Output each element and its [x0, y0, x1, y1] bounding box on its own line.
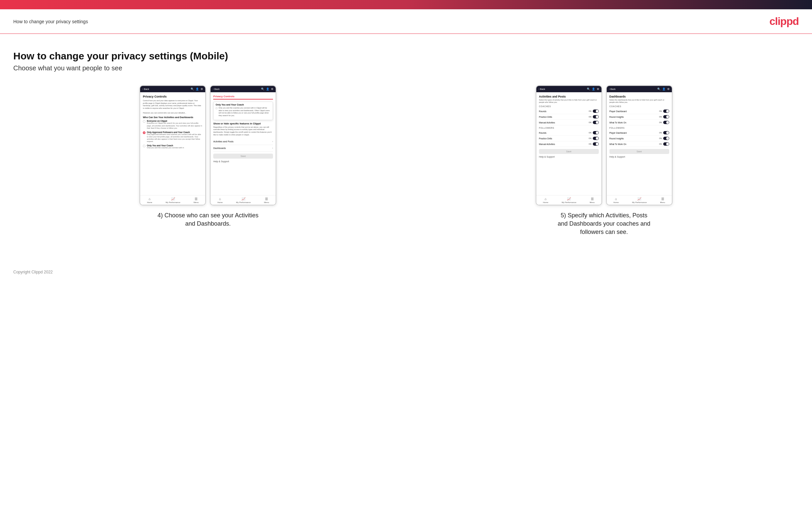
person-icon2[interactable]: 👤	[266, 88, 269, 91]
coaches-player-label: Player Dashboard	[609, 110, 627, 112]
footer-menu-label-4: Menu	[660, 202, 665, 204]
option-everyone[interactable]: Everyone on Clippd Everyone on Clippd ca…	[143, 120, 203, 129]
coaches-work-toggle[interactable]	[663, 121, 669, 124]
followers-drills-toggle[interactable]	[593, 137, 599, 140]
footer-menu[interactable]: ☰ Menu	[194, 197, 199, 204]
followers-manual-label: Manual Activities	[539, 143, 555, 145]
screen-2: ‹ Back 🔍 👤 ⚙ Privacy Controls	[210, 85, 276, 206]
followers-rounds-insights-label: Round Insights	[609, 137, 624, 140]
footer-home-label: Home	[147, 202, 152, 204]
help-label-3: Help & Support	[539, 156, 599, 158]
tooltip-radio: Only you and the coaches you connect wit…	[215, 107, 271, 117]
followers-manual-toggle-wrap: ON	[589, 143, 599, 146]
followers-work-row: What To Work On ON	[609, 142, 669, 147]
settings-icon[interactable]: ⚙	[201, 88, 203, 91]
coaches-rounds-toggle[interactable]	[593, 110, 599, 113]
screen2-back[interactable]: ‹ Back	[213, 88, 219, 90]
settings-icon4[interactable]: ⚙	[667, 88, 669, 91]
screen3-back[interactable]: ‹ Back	[539, 88, 545, 90]
search-icon4[interactable]: 🔍	[657, 88, 661, 91]
home-icon-3: ⌂	[545, 197, 547, 201]
coaches-rounds-insights-label: Round Insights	[609, 116, 624, 118]
save-btn-4[interactable]: Save	[609, 149, 669, 154]
save-btn-3[interactable]: Save	[539, 149, 599, 154]
option-approved[interactable]: Only Approved Followers and Your Coach O…	[143, 131, 203, 143]
footer-performance-label-2: My Performance	[236, 202, 251, 204]
screens-1-2: ‹ Back 🔍 👤 ⚙ Privacy Controls Control ho…	[140, 85, 276, 206]
screen-1: ‹ Back 🔍 👤 ⚙ Privacy Controls Control ho…	[140, 85, 206, 206]
header: How to change your privacy settings clip…	[0, 9, 812, 34]
footer-home-2[interactable]: ⌂ Home	[217, 197, 222, 204]
followers-work-label: What To Work On	[609, 143, 626, 145]
screens-3-4: ‹ Back 🔍 👤 ⚙ Activities and Posts Select…	[536, 85, 672, 206]
followers-drills-row: Practice Drills ON	[539, 136, 599, 142]
followers-rounds-toggle[interactable]	[593, 131, 599, 134]
footer-home-4[interactable]: ⌂ Home	[613, 197, 619, 204]
dashboards-label: Dashboards	[213, 147, 226, 149]
person-icon4[interactable]: 👤	[662, 88, 666, 91]
page-subtitle: Choose what you want people to see	[13, 64, 799, 72]
footer-menu-label-3: Menu	[590, 202, 595, 204]
screen4-coaches-label: COACHES	[609, 105, 669, 108]
screen3-header: ‹ Back 🔍 👤 ⚙	[536, 86, 601, 92]
coaches-player-row: Player Dashboard ON	[609, 109, 669, 114]
followers-player-toggle-wrap: ON	[659, 131, 669, 134]
footer-menu-3[interactable]: ☰ Menu	[590, 197, 595, 204]
screen2-tab[interactable]: Privacy Controls	[213, 95, 235, 99]
footer-menu-4[interactable]: ☰ Menu	[660, 197, 665, 204]
footer-performance[interactable]: 📈 My Performance	[166, 197, 180, 204]
tooltip-box: Only You and Your Coach Only you and the…	[213, 102, 273, 120]
option-coach-only[interactable]: Only You and Your Coach Only you and the…	[143, 144, 203, 149]
footer-home-3[interactable]: ⌂ Home	[543, 197, 548, 204]
chart-icon-2: 📈	[242, 197, 245, 201]
screen-3: ‹ Back 🔍 👤 ⚙ Activities and Posts Select…	[536, 85, 602, 206]
followers-rounds-insights-row: Round Insights ON	[609, 136, 669, 142]
coaches-manual-toggle[interactable]	[593, 121, 599, 124]
settings-icon2[interactable]: ⚙	[271, 88, 273, 91]
search-icon2[interactable]: 🔍	[261, 88, 264, 91]
footer-performance-2[interactable]: 📈 My Performance	[236, 197, 251, 204]
footer-menu-label-2: Menu	[264, 202, 269, 204]
screenshots-row: ‹ Back 🔍 👤 ⚙ Privacy Controls Control ho…	[13, 85, 799, 237]
footer-performance-3[interactable]: 📈 My Performance	[562, 197, 576, 204]
caption-4: 4) Choose who can see your Activities an…	[155, 211, 261, 228]
followers-manual-toggle[interactable]	[593, 143, 599, 146]
followers-player-toggle[interactable]	[663, 131, 669, 134]
coaches-player-toggle[interactable]	[663, 110, 669, 113]
coaches-player-toggle-wrap: ON	[659, 110, 669, 113]
screen4-footer: ⌂ Home 📈 My Performance ☰ Menu	[607, 195, 672, 205]
screen1-back[interactable]: ‹ Back	[143, 88, 149, 90]
coaches-drills-toggle[interactable]	[593, 115, 599, 118]
followers-rounds-insights-toggle[interactable]	[663, 137, 669, 140]
screen3-followers-label: FOLLOWERS	[539, 127, 599, 129]
screen4-back[interactable]: ‹ Back	[609, 88, 616, 90]
person-icon3[interactable]: 👤	[592, 88, 595, 91]
search-icon3[interactable]: 🔍	[587, 88, 590, 91]
footer-home[interactable]: ⌂ Home	[147, 197, 152, 204]
screen1-body: Privacy Controls Control how you and you…	[140, 92, 205, 195]
activities-row[interactable]: Activities and Posts ›	[213, 138, 273, 145]
screen1-desc: Control how you and your data appears to…	[143, 100, 203, 110]
screen-4: ‹ Back 🔍 👤 ⚙ Dashboards Select the dashb…	[606, 85, 672, 206]
screen2-footer: ⌂ Home 📈 My Performance ☰ Menu	[211, 195, 276, 205]
settings-icon3[interactable]: ⚙	[597, 88, 599, 91]
save-btn-2[interactable]: Save	[213, 154, 273, 159]
radio-approved[interactable]	[143, 131, 146, 134]
search-icon[interactable]: 🔍	[191, 88, 194, 91]
caption5-line3: followers can see.	[580, 229, 628, 235]
radio-coach-only[interactable]	[143, 145, 146, 147]
show-hide-title: Show or hide specific features in Clippd	[213, 122, 273, 125]
footer-menu-2[interactable]: ☰ Menu	[264, 197, 269, 204]
person-icon[interactable]: 👤	[196, 88, 199, 91]
tooltip-desc: Only you and the coaches you connect wit…	[218, 107, 271, 117]
coaches-rounds-insights-toggle[interactable]	[663, 115, 669, 118]
followers-work-toggle[interactable]	[663, 143, 669, 146]
coaches-rounds-toggle-wrap: ON	[589, 110, 599, 113]
logo: clippd	[769, 15, 799, 27]
footer-performance-4[interactable]: 📈 My Performance	[632, 197, 647, 204]
show-hide-desc: Regardless of the privacy controls that …	[213, 126, 273, 136]
dashboards-row[interactable]: Dashboards ›	[213, 145, 273, 152]
coaches-rounds-insights-toggle-wrap: ON	[659, 115, 669, 118]
radio-everyone[interactable]	[143, 120, 146, 123]
chart-icon-3: 📈	[567, 197, 571, 201]
